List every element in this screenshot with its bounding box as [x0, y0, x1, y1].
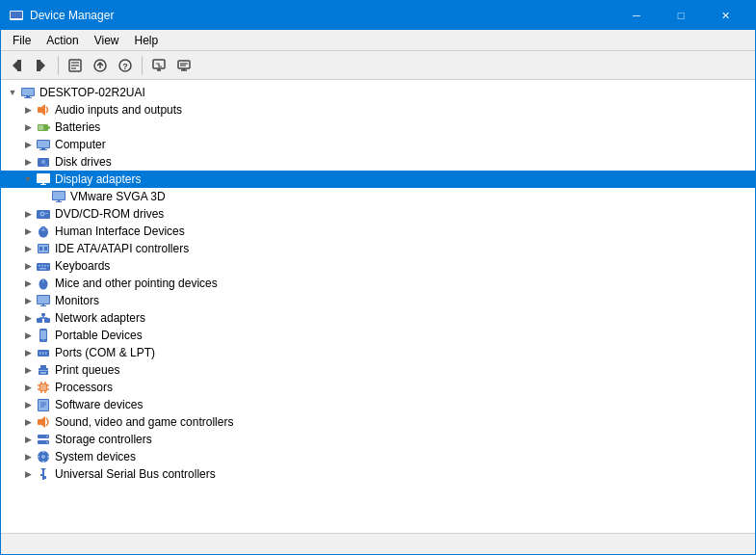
tree-item-displayadapters[interactable]: ▼ Display adapters: [1, 171, 755, 188]
expand-mice[interactable]: ▶: [20, 275, 36, 292]
sound-icon: [36, 414, 51, 430]
svg-point-50: [41, 213, 43, 215]
tree-item-batteries[interactable]: ▶ Batteries: [1, 119, 755, 136]
expand-usb[interactable]: ▶: [20, 465, 36, 483]
svg-rect-34: [39, 149, 47, 150]
window-title: Device Manager: [30, 9, 614, 22]
tree-item-vmware[interactable]: ▶ VMware SVGA 3D: [1, 188, 755, 205]
tree-view[interactable]: ▼ DESKTOP-02R2UAI ▶: [1, 80, 755, 533]
back-button[interactable]: [5, 54, 28, 77]
svg-rect-115: [38, 456, 39, 458]
expand-hid[interactable]: ▶: [20, 223, 36, 240]
svg-rect-45: [53, 192, 65, 199]
tree-item-system[interactable]: ▶ System devices: [1, 448, 755, 465]
svg-rect-120: [44, 476, 46, 479]
svg-point-110: [46, 441, 48, 443]
maximize-button[interactable]: □: [659, 1, 703, 30]
menu-action[interactable]: Action: [39, 32, 86, 49]
system-icon: [36, 449, 51, 464]
expand-system[interactable]: ▶: [20, 448, 36, 465]
tree-item-hid[interactable]: ▶ Human Interface Devices: [1, 223, 755, 240]
close-button[interactable]: ✕: [703, 1, 747, 30]
expand-software[interactable]: ▶: [20, 396, 36, 413]
expand-ports[interactable]: ▶: [20, 344, 36, 361]
svg-rect-42: [40, 184, 46, 185]
scan-button[interactable]: [147, 54, 170, 77]
root-label: DESKTOP-02R2UAI: [39, 86, 145, 99]
svg-rect-33: [38, 141, 49, 147]
tree-item-ports[interactable]: ▶ Ports (COM & LPT): [1, 344, 755, 361]
computer-label: Computer: [55, 138, 106, 151]
svg-rect-61: [39, 265, 40, 267]
tree-item-portable[interactable]: ▶ Portable Devices: [1, 327, 755, 344]
expand-audio[interactable]: ▶: [20, 101, 36, 119]
tree-item-network[interactable]: ▶ Network adapters: [1, 309, 755, 327]
tree-item-processors[interactable]: ▶ Processors: [1, 379, 755, 396]
expand-portable[interactable]: ▶: [20, 327, 36, 344]
svg-rect-43: [42, 183, 44, 184]
svg-rect-65: [39, 268, 46, 270]
title-bar: Device Manager ─ □ ✕: [1, 1, 755, 30]
svg-rect-114: [42, 461, 44, 462]
svg-rect-106: [38, 419, 41, 425]
svg-rect-24: [22, 89, 34, 95]
svg-rect-92: [40, 384, 46, 390]
svg-rect-90: [39, 370, 48, 371]
expand-storage[interactable]: ▶: [20, 431, 36, 448]
tree-item-ide[interactable]: ▶ IDE ATA/ATAPI controllers: [1, 240, 755, 257]
svg-rect-47: [58, 200, 60, 201]
svg-rect-1: [11, 12, 22, 18]
display-button[interactable]: [172, 54, 196, 77]
menu-bar: File Action View Help: [1, 30, 755, 51]
expand-computer[interactable]: ▶: [20, 136, 36, 153]
tree-item-storage[interactable]: ▶ Storage controllers: [1, 431, 755, 448]
tree-item-dvd[interactable]: ▶ DVD/CD-ROM drives: [1, 205, 755, 223]
tree-item-keyboards[interactable]: ▶ Keyboards: [1, 257, 755, 275]
expand-batteries[interactable]: ▶: [20, 119, 36, 136]
help-button[interactable]: ?: [114, 54, 137, 77]
computer2-icon: [36, 137, 51, 152]
monitors-label: Monitors: [55, 294, 99, 307]
expand-ide[interactable]: ▶: [20, 240, 36, 257]
expand-monitors[interactable]: ▶: [20, 292, 36, 309]
svg-point-38: [42, 161, 44, 163]
minimize-button[interactable]: ─: [614, 1, 659, 30]
properties-button[interactable]: [64, 54, 87, 77]
tree-item-print[interactable]: ▶ Print queues: [1, 361, 755, 379]
svg-rect-75: [41, 313, 45, 316]
tree-item-software[interactable]: ▶ Software devices: [1, 396, 755, 413]
tree-item-sound[interactable]: ▶ Sound, video and game controllers: [1, 413, 755, 431]
keyboard-icon: [36, 258, 51, 274]
tree-item-diskdrives[interactable]: ▶ Disk drives: [1, 153, 755, 171]
tree-item-audio[interactable]: ▶ Audio inputs and outputs: [1, 101, 755, 119]
expand-print[interactable]: ▶: [20, 361, 36, 379]
tree-item-usb[interactable]: ▶ Universal Serial Bus controllers: [1, 465, 755, 483]
expand-sound[interactable]: ▶: [20, 413, 36, 431]
tree-item-monitors[interactable]: ▶ Monitors: [1, 292, 755, 309]
svg-rect-86: [45, 352, 47, 355]
expand-displayadapters[interactable]: ▼: [20, 171, 36, 188]
expand-processors[interactable]: ▶: [20, 379, 36, 396]
update-driver-button[interactable]: [89, 54, 112, 77]
menu-view[interactable]: View: [87, 32, 127, 49]
svg-rect-63: [44, 265, 46, 267]
expand-diskdrives[interactable]: ▶: [20, 153, 36, 171]
menu-help[interactable]: Help: [127, 32, 167, 49]
network-icon: [36, 310, 51, 326]
forward-button[interactable]: [30, 54, 53, 77]
tree-item-mice[interactable]: ▶ Mice and other pointing devices: [1, 275, 755, 292]
svg-rect-18: [178, 61, 190, 68]
tree-root[interactable]: ▼ DESKTOP-02R2UAI: [1, 84, 755, 101]
portable-label: Portable Devices: [55, 329, 143, 342]
expand-network[interactable]: ▶: [20, 309, 36, 327]
menu-file[interactable]: File: [5, 32, 39, 49]
expand-dvd[interactable]: ▶: [20, 205, 36, 223]
svg-rect-71: [40, 305, 46, 306]
tree-item-computer[interactable]: ▶ Computer: [1, 136, 755, 153]
expand-root[interactable]: ▼: [5, 84, 20, 101]
svg-rect-41: [38, 174, 49, 182]
svg-rect-84: [39, 352, 41, 355]
svg-rect-51: [45, 213, 48, 214]
mice-label: Mice and other pointing devices: [55, 277, 218, 290]
expand-keyboards[interactable]: ▶: [20, 257, 36, 275]
